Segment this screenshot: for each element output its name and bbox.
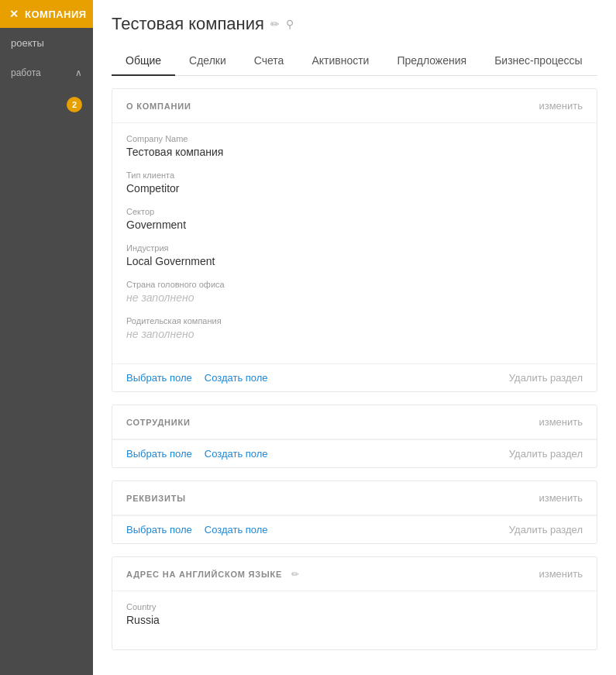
- sidebar-header[interactable]: ✕ КОМПАНИЯ: [0, 0, 93, 28]
- section-address-en-edit[interactable]: изменить: [539, 568, 583, 580]
- field-client-type-label: Тип клиента: [126, 170, 583, 180]
- content-area: О КОМПАНИИ изменить Company Name Тестова…: [93, 88, 616, 669]
- section-address-en-title-row: АДРЕС НА АНГЛИЙСКОМ ЯЗЫКЕ ✏: [126, 569, 299, 580]
- field-country: Country Russia: [126, 602, 583, 626]
- field-country-value: Russia: [126, 614, 583, 626]
- field-client-type-value: Competitor: [126, 182, 583, 195]
- sidebar-item-work-label: работа: [11, 67, 41, 78]
- section-address-en-title: АДРЕС НА АНГЛИЙСКОМ ЯЗЫКЕ: [126, 570, 282, 579]
- tabs-bar: Общие Сделки Счета Активности Предложени…: [112, 46, 597, 76]
- notification-badge: 2: [67, 97, 82, 112]
- section-requisites-edit[interactable]: изменить: [539, 492, 583, 504]
- field-parent-company-value: не заполнено: [126, 328, 583, 340]
- field-company-name-label: Company Name: [126, 134, 583, 143]
- delete-section-requisites[interactable]: Удалить раздел: [509, 524, 583, 536]
- field-hq-country-value: не заполнено: [126, 291, 583, 304]
- section-about: О КОМПАНИИ изменить Company Name Тестова…: [112, 88, 597, 392]
- section-address-en-body: Country Russia: [112, 591, 597, 649]
- tab-general[interactable]: Общие: [112, 46, 175, 76]
- sidebar-item-work[interactable]: работа ∧: [0, 58, 93, 88]
- section-employees: СОТРУДНИКИ изменить Выбрать поле Создать…: [112, 405, 597, 468]
- section-about-body: Company Name Тестовая компания Тип клиен…: [112, 123, 597, 363]
- tab-invoices[interactable]: Счета: [240, 46, 298, 76]
- main-content: Тестовая компания ✏ ⚲ Общие Сделки Счета…: [93, 0, 616, 675]
- close-icon[interactable]: ✕: [9, 8, 19, 20]
- tab-proposals[interactable]: Предложения: [383, 46, 480, 76]
- field-hq-country: Страна головного офиса не заполнено: [126, 280, 583, 304]
- sidebar-item-notifications[interactable]: 2: [0, 88, 93, 122]
- section-about-header: О КОМПАНИИ изменить: [112, 89, 597, 123]
- section-requisites-title: РЕКВИЗИТЫ: [126, 494, 186, 503]
- section-employees-edit[interactable]: изменить: [539, 416, 583, 428]
- field-industry-label: Индустрия: [126, 243, 583, 253]
- sidebar-item-projects[interactable]: роекты: [0, 28, 93, 58]
- section-about-footer: Выбрать поле Создать поле Удалить раздел: [112, 363, 597, 391]
- delete-section-about[interactable]: Удалить раздел: [509, 372, 583, 384]
- section-employees-footer-left: Выбрать поле Создать поле: [126, 448, 268, 460]
- section-requisites: РЕКВИЗИТЫ изменить Выбрать поле Создать …: [112, 480, 597, 544]
- section-employees-title: СОТРУДНИКИ: [126, 418, 191, 427]
- field-sector-label: Сектор: [126, 207, 583, 216]
- create-field-link-requisites[interactable]: Создать поле: [205, 524, 268, 536]
- section-requisites-footer-left: Выбрать поле Создать поле: [126, 524, 268, 536]
- section-requisites-footer: Выбрать поле Создать поле Удалить раздел: [112, 515, 597, 543]
- tab-activities[interactable]: Активности: [298, 46, 383, 76]
- page-title-row: Тестовая компания ✏ ⚲: [112, 14, 597, 34]
- link-title-icon[interactable]: ⚲: [286, 18, 294, 30]
- field-company-name-value: Тестовая компания: [126, 146, 583, 158]
- page-title: Тестовая компания: [112, 14, 264, 34]
- field-client-type: Тип клиента Competitor: [126, 170, 583, 195]
- section-about-edit[interactable]: изменить: [539, 100, 583, 112]
- field-hq-country-label: Страна головного офиса: [126, 280, 583, 289]
- page-header: Тестовая компания ✏ ⚲ Общие Сделки Счета…: [93, 0, 616, 76]
- field-industry-value: Local Government: [126, 255, 583, 267]
- section-employees-header: СОТРУДНИКИ изменить: [112, 405, 597, 439]
- field-industry: Индустрия Local Government: [126, 243, 583, 267]
- section-address-en-header: АДРЕС НА АНГЛИЙСКОМ ЯЗЫКЕ ✏ изменить: [112, 557, 597, 591]
- create-field-link-about[interactable]: Создать поле: [205, 372, 268, 384]
- tab-deals[interactable]: Сделки: [175, 46, 240, 76]
- chevron-up-icon: ∧: [75, 67, 82, 78]
- select-field-link-requisites[interactable]: Выбрать поле: [126, 524, 192, 536]
- tab-business[interactable]: Бизнес-процессы: [480, 46, 596, 76]
- edit-title-icon[interactable]: ✏: [270, 18, 280, 30]
- section-employees-footer: Выбрать поле Создать поле Удалить раздел: [112, 439, 597, 467]
- select-field-link-about[interactable]: Выбрать поле: [126, 372, 192, 384]
- field-parent-company-label: Родительская компания: [126, 316, 583, 325]
- create-field-link-employees[interactable]: Создать поле: [205, 448, 268, 460]
- field-parent-company: Родительская компания не заполнено: [126, 316, 583, 340]
- select-field-link-employees[interactable]: Выбрать поле: [126, 448, 192, 460]
- field-company-name: Company Name Тестовая компания: [126, 134, 583, 158]
- field-sector-value: Government: [126, 219, 583, 231]
- sidebar-item-projects-label: роекты: [11, 37, 44, 49]
- sidebar: ✕ КОМПАНИЯ роекты работа ∧ 2: [0, 0, 93, 675]
- section-about-title: О КОМПАНИИ: [126, 102, 191, 111]
- sidebar-header-label: КОМПАНИЯ: [25, 9, 87, 20]
- section-address-en: АДРЕС НА АНГЛИЙСКОМ ЯЗЫКЕ ✏ изменить Cou…: [112, 556, 597, 650]
- delete-section-employees[interactable]: Удалить раздел: [509, 448, 583, 460]
- section-about-footer-left: Выбрать поле Создать поле: [126, 372, 268, 384]
- field-country-label: Country: [126, 602, 583, 611]
- edit-section-address-icon[interactable]: ✏: [291, 569, 299, 580]
- field-sector: Сектор Government: [126, 207, 583, 231]
- section-requisites-header: РЕКВИЗИТЫ изменить: [112, 481, 597, 515]
